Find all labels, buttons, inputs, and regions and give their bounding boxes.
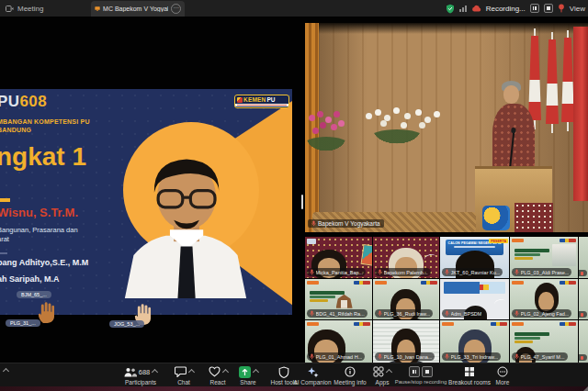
more-button[interactable]: More: [489, 365, 516, 385]
apps-icon: [373, 366, 384, 377]
participant-tile[interactable]: PLG_02_Ajeng Fad...: [510, 279, 578, 319]
pin-icon[interactable]: [558, 4, 565, 13]
muted-mic-icon: [514, 353, 519, 360]
photo-banner: [444, 282, 505, 294]
window-resize-grip[interactable]: [583, 386, 588, 391]
red-banner: [573, 27, 588, 201]
participant-name-badge: Bapekom Palemb...: [375, 268, 431, 276]
participant-tile-partial[interactable]: [579, 279, 588, 319]
panel-resize-handle[interactable]: [301, 195, 303, 209]
cpns-banner-line: [454, 246, 494, 248]
stop-recording-button[interactable]: [544, 4, 553, 13]
view-button[interactable]: View: [570, 5, 585, 13]
participant-name-badge: [579, 270, 587, 276]
indonesian-flag: [561, 38, 574, 122]
participant-name-badge: PLG_03_Aldi Prase...: [512, 268, 571, 276]
tab-shared-screen[interactable]: MC Bapekom V Yogyakarta's scre ⋯: [91, 1, 185, 17]
speaker-video-tile[interactable]: Bapekom V Yogyakarta: [305, 23, 588, 232]
participants-caret[interactable]: [152, 368, 158, 374]
participants-button[interactable]: 688 Participants: [116, 365, 165, 385]
share-screen-icon: [239, 366, 251, 378]
react-caret[interactable]: [221, 368, 228, 374]
participant-tile[interactable]: Micka_Panitia_Bap...: [305, 237, 372, 278]
virtual-bg-logos: [307, 322, 370, 327]
virtual-bg-logos: [512, 322, 576, 327]
virtual-bg-logos: [307, 281, 370, 285]
window-top-bar: Meeting MC Bapekom V Yogyakarta's scre ⋯…: [0, 0, 588, 17]
participant-tile[interactable]: CALON PEGAWAI NEGERI SIPIL PESERTA JKT_6…: [440, 237, 509, 278]
security-shield-icon[interactable]: [446, 4, 455, 14]
participants-count: 688: [139, 368, 151, 376]
cloud-recording-icon: [471, 5, 481, 12]
participant-tile[interactable]: PLG_47_Syarif M...: [510, 320, 578, 363]
batik-cloth: [514, 203, 553, 232]
signature-graphic: [424, 253, 437, 264]
muted-mic-icon: [378, 353, 382, 360]
chat-caret[interactable]: [187, 368, 194, 374]
participant-tile[interactable]: PLG_03_Aldi Prase...: [510, 237, 578, 278]
pause-stop-recording-button[interactable]: Pause/stop recording: [393, 365, 448, 385]
pause-recording-icon[interactable]: [409, 366, 420, 377]
ai-companion-button[interactable]: AI Companion: [290, 365, 334, 385]
trainee-portrait: [97, 135, 274, 315]
react-button[interactable]: React: [201, 365, 234, 385]
virtual-bg-logos: [512, 239, 576, 243]
virtual-bg-logos: [375, 281, 437, 285]
video-top-shadow: [305, 23, 588, 34]
participant-tile-partial[interactable]: [579, 320, 588, 363]
participant-tile[interactable]: Adm_BPSDM: [440, 279, 509, 319]
tab-meeting-label: Meeting: [17, 5, 43, 13]
camera-icon: [6, 5, 14, 13]
participant-tile[interactable]: Bapekom Palemb...: [373, 237, 439, 278]
participant-name-badge: PLG_47_Syarif M...: [512, 352, 568, 361]
tab-meeting[interactable]: Meeting: [6, 0, 43, 17]
participant-tile[interactable]: PLG_33_Tri Indraw...: [440, 320, 509, 363]
virtual-bg-logos: [442, 322, 507, 327]
participant-name-badge: PLG_36_Rudi Iraw...: [375, 309, 433, 318]
muted-mic-icon: [311, 220, 316, 227]
apps-caret[interactable]: [386, 368, 392, 374]
muted-mic-icon: [378, 310, 382, 317]
toolbar-left-caret[interactable]: [3, 368, 9, 374]
participant-tile[interactable]: PLG_10_Ivan Dana...: [373, 320, 439, 363]
shield-icon: [278, 366, 289, 378]
pause-recording-button[interactable]: [530, 4, 539, 13]
pink-orchid-flowers: [305, 109, 355, 161]
chat-icon: [175, 366, 187, 377]
kemenpu-logo: KEMEN PU: [234, 95, 289, 108]
stop-recording-icon[interactable]: [422, 366, 433, 377]
share-button[interactable]: Share: [232, 365, 265, 385]
participant-tile[interactable]: PLG_36_Rudi Iraw...: [373, 279, 439, 319]
speaker-name-tag: Bapekom V Yogyakarta: [308, 219, 384, 228]
indonesian-flag: [546, 39, 559, 124]
meeting-info-button[interactable]: Meeting info: [331, 365, 369, 385]
more-dots-icon: [497, 366, 508, 377]
tab-options-icon[interactable]: ⋯: [171, 4, 181, 14]
reaction-name-badge: JOG_53_...: [109, 320, 144, 328]
participant-name-badge: [579, 311, 587, 318]
gold-dash: [0, 198, 10, 202]
tile-decor: [307, 239, 316, 244]
trainee-desc-1: Bangunan, Prasarana dan: [0, 226, 78, 234]
participant-name-badge: PLG_33_Tri Indraw...: [442, 352, 501, 361]
participant-tile[interactable]: BDG_41_Rifdah Ra...: [305, 279, 372, 319]
peserta-tag: PESERTA: [489, 239, 508, 243]
mentor-name-1: bang Adhityo,S.E., M.M: [0, 258, 88, 267]
slide-subtitle-1: MBANGAN KOMPETENSI PU: [0, 118, 90, 125]
virtual-bg-text: [514, 332, 549, 343]
meeting-stage: KEMEN PU PU608 MBANGAN KOMPETENSI PU BAN…: [0, 17, 588, 363]
participants-grid: Micka_Panitia_Bap... Bapekom Palemb... C…: [305, 237, 588, 363]
chat-button[interactable]: Chat: [168, 365, 199, 385]
muted-mic-icon: [310, 353, 314, 360]
breakout-rooms-button[interactable]: Breakout rooms: [447, 365, 492, 385]
participants-icon: [124, 367, 137, 377]
muted-mic-icon: [514, 269, 519, 275]
participant-tile[interactable]: PLG_01_Ahmad H...: [305, 320, 372, 363]
signature-graphic: [493, 298, 507, 309]
share-caret[interactable]: [252, 368, 258, 374]
info-icon: [345, 366, 356, 377]
reaction-name-badge: PLG_31_...: [6, 319, 40, 327]
connection-signal-icon: [459, 5, 467, 12]
topbar-status-cluster: Recording... View: [446, 0, 585, 17]
participant-tile-partial[interactable]: [579, 237, 588, 278]
